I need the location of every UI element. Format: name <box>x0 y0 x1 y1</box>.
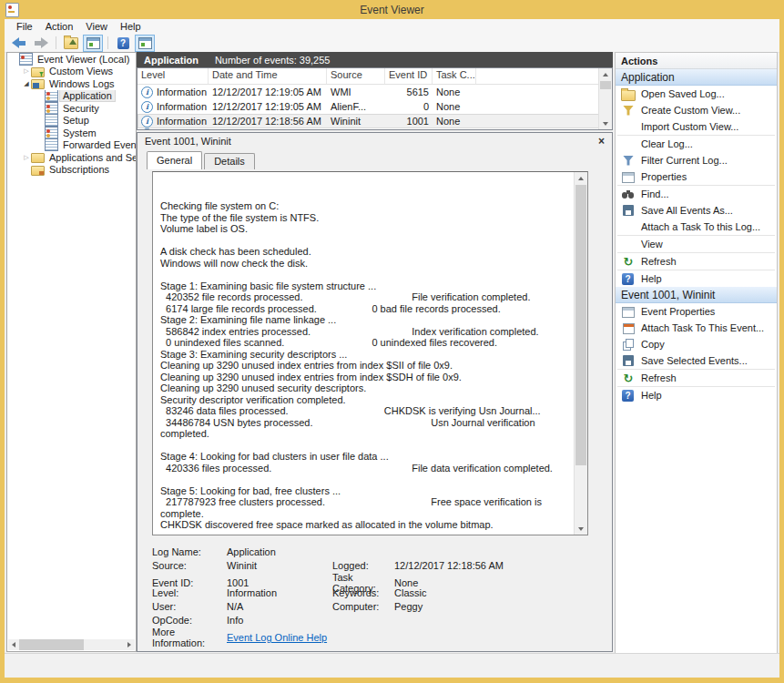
menu-help[interactable]: Help <box>114 20 148 33</box>
message-line: 83246 data files processed.CHKDSK is ver… <box>160 405 567 417</box>
action-clear-log[interactable]: Clear Log... <box>616 136 777 152</box>
event-row[interactable]: Information12/12/2017 12:19:05 AMWMI5615… <box>137 85 612 99</box>
window-frame: FileActionViewHelp Event Viewer (Local)▷… <box>5 19 779 678</box>
action-filter-current-log[interactable]: Filter Current Log... <box>616 152 777 168</box>
menu-file[interactable]: File <box>10 20 39 33</box>
event-list-scrollbar[interactable] <box>598 68 612 129</box>
tree-item-applications-and-services-lo[interactable]: ▷Applications and Services Lo <box>7 151 136 164</box>
tree-item-subscriptions[interactable]: Subscriptions <box>7 164 136 177</box>
scroll-thumb[interactable] <box>19 639 84 650</box>
detail-row: Level:InformationKeywords:Classic <box>152 586 597 599</box>
tree-horizontal-scrollbar[interactable] <box>8 639 135 650</box>
tree-item-event-viewer-local[interactable]: Event Viewer (Local) <box>7 53 136 66</box>
action-pane-button[interactable] <box>135 35 155 52</box>
message-line-right: CHKDSK is verifying Usn Journal... <box>384 405 541 417</box>
event-row[interactable]: Information12/12/2017 12:19:05 AMAlienF.… <box>137 99 612 114</box>
tree-item-label: Subscriptions <box>46 164 112 175</box>
action-save-all-events-as[interactable]: Save All Events As... <box>616 202 777 219</box>
console-tree-button[interactable] <box>83 35 103 52</box>
menu-view[interactable]: View <box>79 20 114 33</box>
scroll-right-arrow-icon[interactable] <box>124 639 135 650</box>
scroll-thumb[interactable] <box>600 81 611 89</box>
tab-details[interactable]: Details <box>204 153 255 169</box>
action-event-properties[interactable]: Event Properties <box>616 303 777 320</box>
log-event-icon <box>45 127 58 139</box>
action-save-selected-events[interactable]: Save Selected Events... <box>616 352 777 369</box>
action-find[interactable]: Find... <box>616 186 777 202</box>
tree-item-windows-logs[interactable]: ◢Windows Logs <box>7 77 136 90</box>
scroll-down-arrow-icon[interactable] <box>575 523 587 535</box>
folder-views-icon <box>31 67 45 77</box>
help-icon <box>622 273 634 285</box>
column-header-event-id[interactable]: Event ID <box>385 68 433 84</box>
log-plain-icon <box>45 139 58 152</box>
tree-item-label: Applications and Services Lo <box>46 152 136 163</box>
event-details: Log Name:ApplicationSource:WininitLogged… <box>152 545 597 640</box>
scroll-up-arrow-icon[interactable] <box>575 172 587 184</box>
scroll-track[interactable] <box>19 639 124 650</box>
tree-item-setup[interactable]: Setup <box>7 115 136 127</box>
column-header-level[interactable]: Level <box>137 68 209 84</box>
scroll-up-arrow-icon[interactable] <box>599 68 612 80</box>
detail-row: OpCode:Info <box>152 613 597 627</box>
message-line-right: 0 unindexed files recovered. <box>372 337 497 349</box>
forward-button[interactable] <box>31 35 51 52</box>
action-copy[interactable]: Copy <box>616 336 777 352</box>
event-row-partial[interactable] <box>137 128 612 130</box>
message-line-left: 0 unindexed files scanned. <box>160 337 284 348</box>
menu-action[interactable]: Action <box>39 20 80 33</box>
expander-expanded-icon[interactable]: ◢ <box>22 80 31 87</box>
scroll-thumb[interactable] <box>575 185 586 465</box>
source-cell: Wininit <box>327 116 385 127</box>
action-refresh[interactable]: Refresh <box>616 370 777 386</box>
message-line: 34486784 USN bytes processed.Usn Journal… <box>160 417 567 429</box>
tree-item-forwarded-events[interactable]: Forwarded Events <box>7 139 136 152</box>
action-refresh[interactable]: Refresh <box>616 253 777 270</box>
information-icon <box>141 87 153 98</box>
tree-item-label: Windows Logs <box>46 78 117 89</box>
event-message-box: Checking file system on C:The type of th… <box>152 171 588 535</box>
message-line: 586842 index entries processed.Index ver… <box>160 326 567 338</box>
find-icon <box>621 187 636 201</box>
level-cell: Information <box>137 101 209 113</box>
expander-collapsed-icon[interactable]: ▷ <box>22 67 31 75</box>
column-header-source[interactable]: Source <box>327 68 385 84</box>
back-button[interactable] <box>9 35 29 52</box>
folder-logs-icon <box>31 79 45 89</box>
tree-item-application[interactable]: Application <box>7 90 136 103</box>
event-log-online-help-link[interactable]: Event Log Online Help <box>227 632 597 643</box>
action-label: Import Custom View... <box>641 121 738 132</box>
help-button[interactable] <box>113 35 133 52</box>
action-properties[interactable]: Properties <box>616 168 777 185</box>
expander-collapsed-icon[interactable]: ▷ <box>22 154 31 161</box>
preview-tabs: GeneralDetails <box>147 151 257 169</box>
scroll-down-arrow-icon[interactable] <box>599 117 612 129</box>
close-icon[interactable]: × <box>598 135 605 148</box>
properties-icon <box>621 169 636 184</box>
event-row[interactable]: Information12/12/2017 12:18:56 AMWininit… <box>137 114 612 128</box>
action-attach-a-task-to-this-log[interactable]: Attach a Task To this Log... <box>616 219 777 235</box>
action-view[interactable]: View <box>616 236 777 252</box>
action-open-saved-log[interactable]: Open Saved Log... <box>616 86 777 102</box>
detail-value: Peggy <box>394 601 597 612</box>
filter-blue-icon <box>621 153 636 168</box>
action-import-custom-view[interactable]: Import Custom View... <box>616 118 777 135</box>
message-scrollbar[interactable] <box>574 172 587 535</box>
action-label: Properties <box>641 171 687 182</box>
message-line <box>160 178 567 189</box>
tab-general[interactable]: General <box>147 151 202 169</box>
message-line-left: 586842 index entries processed. <box>160 326 311 337</box>
action-help[interactable]: Help <box>616 387 777 403</box>
scroll-left-arrow-icon[interactable] <box>8 639 19 650</box>
action-create-custom-view[interactable]: Create Custom View... <box>616 102 777 118</box>
column-header-date-and-time[interactable]: Date and Time <box>209 68 327 84</box>
tree-item-custom-views[interactable]: ▷Custom Views <box>7 66 136 78</box>
column-header-task-c[interactable]: Task C... <box>433 68 476 84</box>
actions-section-application[interactable]: Application <box>616 69 777 86</box>
actions-section-event-1001-wininit[interactable]: Event 1001, Wininit <box>616 287 777 303</box>
folder-up-button[interactable] <box>61 35 81 52</box>
action-attach-task-to-this-event[interactable]: Attach Task To This Event... <box>616 320 777 336</box>
tree-item-system[interactable]: System <box>7 127 136 139</box>
tree-item-security[interactable]: Security <box>7 102 136 115</box>
action-help[interactable]: Help <box>616 270 777 287</box>
